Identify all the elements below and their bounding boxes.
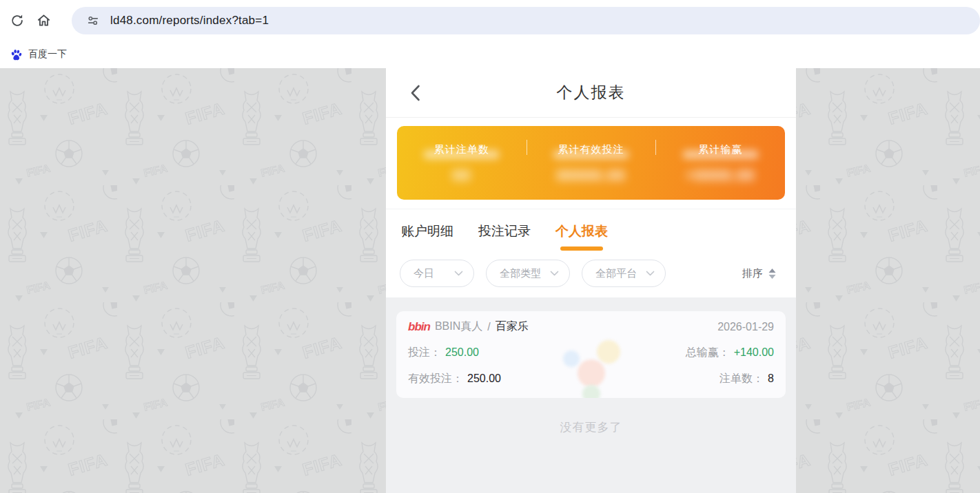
panel-header: 个人报表 xyxy=(386,68,796,118)
redaction-blur xyxy=(424,150,499,159)
summary-item-win-loss: 累计输赢 +8888.88 xyxy=(655,142,785,185)
record-date: 2026-01-29 xyxy=(717,321,774,333)
valid-bet-value: 250.00 xyxy=(467,373,501,385)
url-text[interactable]: ld48.com/reports/index?tab=1 xyxy=(110,14,269,28)
valid-bet-amount: 有效投注： 250.00 xyxy=(408,372,501,386)
report-record-card[interactable]: bbin BBIN真人 / 百家乐 2026-01-29 投注： 250.00 … xyxy=(396,311,786,398)
site-settings-icon[interactable] xyxy=(84,12,102,30)
summary-value-redacted: 88888.88 xyxy=(527,167,656,185)
list-end-message: 没有更多了 xyxy=(396,419,786,435)
redaction-blur xyxy=(553,150,629,159)
back-button[interactable] xyxy=(405,83,425,103)
redaction-blur xyxy=(683,150,758,159)
sort-icon xyxy=(768,268,777,280)
page-background: FIFA FIFA xyxy=(0,68,980,493)
summary-value-redacted: 88 xyxy=(397,167,527,185)
filter-platform[interactable]: 全部平台 xyxy=(582,260,666,287)
home-icon xyxy=(36,12,52,28)
tab-account-details[interactable]: 账户明细 xyxy=(401,222,453,251)
filter-game-type-label: 全部类型 xyxy=(500,267,541,280)
chevron-down-icon xyxy=(454,271,463,276)
address-bar[interactable]: ld48.com/reports/index?tab=1 xyxy=(72,7,980,34)
tab-personal-report[interactable]: 个人报表 xyxy=(555,222,608,251)
report-panel: 个人报表 累计注单数 88 累计有效投注 88888.88 累计输赢 xyxy=(386,68,796,493)
separator: / xyxy=(487,321,490,333)
filter-bar: 今日 全部类型 全部平台 排序 xyxy=(386,251,796,297)
filter-date-range-label: 今日 xyxy=(414,267,434,280)
report-list: bbin BBIN真人 / 百家乐 2026-01-29 投注： 250.00 … xyxy=(386,297,796,493)
page-title: 个人报表 xyxy=(557,82,626,103)
bet-count-label: 注单数： xyxy=(719,372,764,386)
total-win-loss: 总输赢： +140.00 xyxy=(686,346,774,360)
sort-label: 排序 xyxy=(742,267,763,280)
decor-dot-green xyxy=(582,385,600,398)
bet-count-value: 8 xyxy=(768,373,774,385)
filter-game-type[interactable]: 全部类型 xyxy=(486,260,570,287)
bookmark-baidu[interactable]: 百度一下 xyxy=(10,48,67,61)
summary-item-valid-bets: 累计有效投注 88888.88 xyxy=(527,142,656,185)
valid-bet-label: 有效投注： xyxy=(408,372,463,386)
reload-button[interactable] xyxy=(4,8,30,34)
bet-count: 注单数： 8 xyxy=(719,372,774,386)
summary-banner-section: 累计注单数 88 累计有效投注 88888.88 累计输赢 +8888.88 xyxy=(386,118,796,209)
record-header: bbin BBIN真人 / 百家乐 2026-01-29 xyxy=(408,319,774,334)
summary-banner: 累计注单数 88 累计有效投注 88888.88 累计输赢 +8888.88 xyxy=(397,126,785,200)
win-label: 总输赢： xyxy=(686,346,730,360)
browser-chrome: ld48.com/reports/index?tab=1 百度一下 xyxy=(0,0,980,68)
win-value: +140.00 xyxy=(734,346,774,359)
tab-bar: 账户明细 投注记录 个人报表 xyxy=(386,209,796,251)
record-row-2: 有效投注： 250.00 注单数： 8 xyxy=(408,372,774,386)
tab-bet-records[interactable]: 投注记录 xyxy=(478,222,531,251)
chevron-down-icon xyxy=(646,271,655,276)
bet-amount: 投注： 250.00 xyxy=(408,346,479,360)
baidu-paw-icon xyxy=(10,48,23,61)
record-row-1: 投注： 250.00 总输赢： +140.00 xyxy=(408,346,774,360)
bet-label: 投注： xyxy=(408,346,441,360)
record-provider: bbin BBIN真人 / 百家乐 xyxy=(408,319,529,334)
reload-icon xyxy=(10,13,25,28)
filter-platform-label: 全部平台 xyxy=(595,267,637,280)
bookmark-label: 百度一下 xyxy=(28,48,67,61)
game-name: 百家乐 xyxy=(496,319,529,334)
chevron-down-icon xyxy=(550,271,559,276)
bookmarks-bar: 百度一下 xyxy=(0,41,980,68)
browser-toolbar: ld48.com/reports/index?tab=1 xyxy=(0,0,980,41)
provider-name: BBIN真人 xyxy=(435,319,482,334)
filter-date-range[interactable]: 今日 xyxy=(400,260,474,287)
back-chevron-icon xyxy=(410,85,420,101)
home-button[interactable] xyxy=(30,8,57,34)
bbin-logo: bbin xyxy=(408,320,430,334)
summary-item-bet-count: 累计注单数 88 xyxy=(397,142,527,185)
bet-value: 250.00 xyxy=(445,346,479,359)
summary-value-redacted: +8888.88 xyxy=(655,167,785,185)
sort-control[interactable]: 排序 xyxy=(742,267,782,280)
